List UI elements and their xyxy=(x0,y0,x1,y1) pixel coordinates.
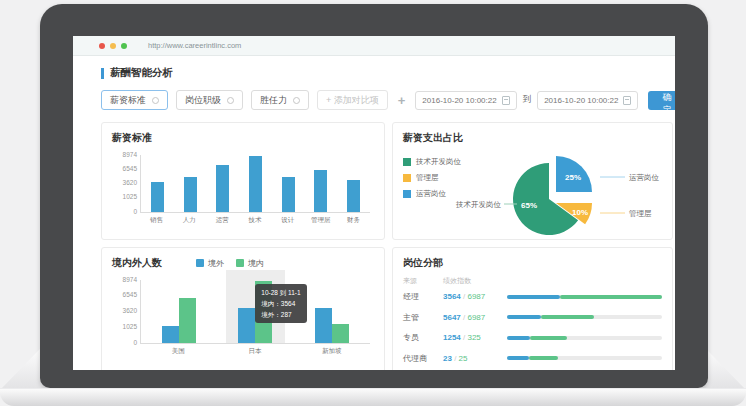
traffic-light-maximize[interactable] xyxy=(121,43,127,49)
x-axis-label: 设计 xyxy=(271,216,304,225)
table-body: 经理3564 / 6987主管5647 / 6987专员1254 / 325代理… xyxy=(403,291,662,370)
legend-item-tech[interactable]: 技术开发岗位 xyxy=(403,157,461,167)
tooltip-line: 境内：3564 xyxy=(261,298,300,309)
domestic-bar[interactable] xyxy=(179,298,196,343)
card-title: 境内外人数 xyxy=(112,256,162,270)
date-to-value: 2016-10-20 10:00:22 xyxy=(544,96,618,105)
legend-item[interactable]: 境内 xyxy=(236,258,264,269)
plus-icon[interactable]: + xyxy=(398,93,406,108)
bar-group-slot: 10-28 到 11-1境内：3564境外：287 xyxy=(217,280,293,343)
progress-track xyxy=(507,336,662,340)
pie-pct-ops: 25% xyxy=(565,173,581,182)
salary-bar[interactable] xyxy=(184,177,197,212)
progress-green xyxy=(529,356,558,360)
legend-item-ops[interactable]: 运营岗位 xyxy=(403,189,461,199)
add-comparison-label: + 添加对比项 xyxy=(326,94,379,107)
callout-label-mgmt: 管理层 xyxy=(629,209,652,218)
calendar-icon[interactable] xyxy=(502,96,510,105)
bar-slot xyxy=(174,155,207,212)
pie-pct-mgmt: 10% xyxy=(572,208,588,217)
x-axis-label: 日本 xyxy=(217,347,294,356)
circle-icon[interactable] xyxy=(227,97,234,104)
salary-bar[interactable] xyxy=(347,180,360,212)
legend-swatch xyxy=(403,174,411,182)
overseas-bar[interactable] xyxy=(162,326,179,343)
filter-chip-label: 胜任力 xyxy=(260,94,287,107)
card-title: 岗位分部 xyxy=(403,256,662,270)
bar-slot xyxy=(141,155,174,212)
circle-icon[interactable] xyxy=(152,97,159,104)
legend-item-mgmt[interactable]: 管理层 xyxy=(403,173,461,183)
row-values: 23 / 25 xyxy=(443,354,505,363)
value-primary: 3564 xyxy=(443,292,461,301)
value-separator: / xyxy=(452,354,459,363)
progress-blue xyxy=(507,295,560,299)
date-to-input[interactable]: 2016-10-20 10:00:22 xyxy=(537,91,638,110)
filter-chip-2[interactable]: 岗位职级 xyxy=(176,90,243,110)
y-axis-tick: 8974 xyxy=(123,152,137,159)
pie-pct-tech: 65% xyxy=(521,201,537,210)
row-label: 专员 xyxy=(403,332,443,343)
legend-swatch xyxy=(403,190,411,198)
confirm-button[interactable]: 确定 xyxy=(648,91,675,110)
table-row: 经理3564 / 6987 xyxy=(403,291,662,302)
overseas-bar[interactable] xyxy=(315,308,332,343)
x-axis-label: 美国 xyxy=(140,347,217,356)
card-salary-standard: 薪资标准 01025362065458974 销售人力运营技术设计管理层财务 xyxy=(101,122,385,240)
salary-bar[interactable] xyxy=(216,165,229,212)
filter-chip-1[interactable]: 薪资标准 xyxy=(101,90,168,110)
y-axis-tick: 6545 xyxy=(123,293,137,300)
progress-track xyxy=(507,356,662,360)
salary-bar[interactable] xyxy=(249,156,262,212)
headcount-chart: 0102536206545897410-28 到 11-1境内：3564境外：2… xyxy=(140,280,370,344)
date-from-input[interactable]: 2016-10-20 10:00:22 xyxy=(415,91,516,110)
x-axis-labels: 销售人力运营技术设计管理层财务 xyxy=(140,216,370,225)
y-axis-tick: 6545 xyxy=(123,166,137,173)
progress-green xyxy=(560,295,662,299)
laptop-mockup: http://www.careerintlinc.com 薪酬智能分析 薪资标准… xyxy=(0,0,746,406)
y-axis-tick: 3620 xyxy=(123,308,137,315)
filter-chip-3[interactable]: 胜任力 xyxy=(251,90,309,110)
cards-grid: 薪资标准 01025362065458974 销售人力运营技术设计管理层财务 薪… xyxy=(101,122,649,370)
salary-bar[interactable] xyxy=(282,177,295,212)
value-secondary: 25 xyxy=(459,354,468,363)
y-axis-tick: 0 xyxy=(133,340,137,347)
calendar-icon[interactable] xyxy=(623,96,631,105)
legend-label: 境外 xyxy=(208,258,224,269)
bar-group-slot xyxy=(141,280,217,343)
date-from-value: 2016-10-20 10:00:22 xyxy=(422,96,496,105)
column-header-source: 来源 xyxy=(403,276,443,286)
card-header: 境内外人数 境外境内 xyxy=(112,256,374,270)
bar-slot xyxy=(206,155,239,212)
card-title: 薪资标准 xyxy=(112,131,374,145)
x-axis-label: 技术 xyxy=(239,216,272,225)
tooltip-line: 10-28 到 11-1 xyxy=(261,287,300,298)
traffic-light-close[interactable] xyxy=(99,43,105,49)
x-axis-label: 新加坡 xyxy=(293,347,370,356)
domestic-bar[interactable] xyxy=(332,324,349,343)
legend-label: 技术开发岗位 xyxy=(416,157,461,167)
pie-legend: 技术开发岗位 管理层 运营岗位 xyxy=(403,157,461,205)
traffic-light-minimize[interactable] xyxy=(110,43,116,49)
y-axis-tick: 1025 xyxy=(123,195,137,202)
x-axis-label: 管理层 xyxy=(304,216,337,225)
x-axis-label: 财务 xyxy=(337,216,370,225)
value-primary: 5647 xyxy=(443,313,461,322)
address-bar[interactable]: http://www.careerintlinc.com xyxy=(148,41,241,50)
circle-icon[interactable] xyxy=(293,97,300,104)
browser-bar: http://www.careerintlinc.com xyxy=(73,36,675,56)
filter-chip-label: 薪资标准 xyxy=(110,94,146,107)
overseas-bar[interactable] xyxy=(238,308,255,343)
pie-chart-area: 技术开发岗位 管理层 运营岗位 xyxy=(403,147,662,241)
x-axis-label: 人力 xyxy=(173,216,206,225)
add-comparison-button[interactable]: + 添加对比项 xyxy=(317,90,388,110)
headcount-legend: 境外境内 xyxy=(196,258,276,269)
bar-group xyxy=(162,280,196,343)
callout-label-tech: 技术开发岗位 xyxy=(455,200,502,209)
bar-slot xyxy=(272,155,305,212)
legend-item[interactable]: 境外 xyxy=(196,258,224,269)
salary-bar[interactable] xyxy=(151,182,164,212)
salary-bar[interactable] xyxy=(314,170,327,212)
chart-tooltip: 10-28 到 11-1境内：3564境外：287 xyxy=(255,284,306,323)
progress-blue xyxy=(507,315,541,319)
